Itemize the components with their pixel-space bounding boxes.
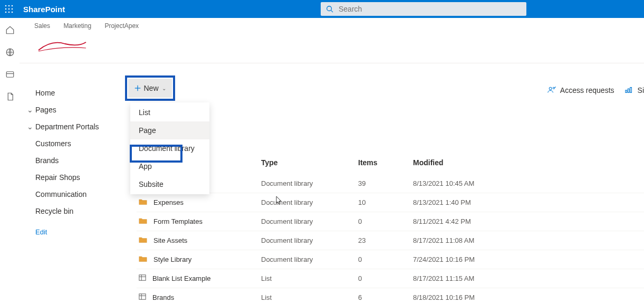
nav-item-label: Home [35, 89, 55, 97]
svg-rect-20 [630, 87, 631, 92]
svg-rect-12 [6, 72, 14, 78]
new-dropdown-menu: ListPageDocument libraryAppSubsite [130, 102, 209, 194]
col-header-type[interactable]: Type [261, 158, 358, 167]
chevron-down-icon: ⌄ [25, 106, 35, 114]
row-items: 0 [358, 274, 413, 282]
search-input[interactable] [339, 5, 521, 13]
row-modified: 8/13/2021 1:40 PM [413, 198, 644, 206]
site-left-nav: Home⌄Pages⌄Department PortalsCustomersBr… [20, 74, 125, 303]
nav-item-repair-shops[interactable]: Repair Shops [20, 169, 125, 186]
chevron-down-icon: ⌄ [25, 122, 35, 131]
nav-item-pages[interactable]: ⌄Pages [20, 101, 125, 118]
breadcrumb: Sales Marketing ProjectApex [34, 22, 150, 30]
site-workflows-link[interactable]: Si [638, 86, 644, 94]
nav-item-label: Brands [35, 156, 59, 165]
svg-point-17 [553, 87, 554, 89]
dropdown-item-page[interactable]: Page [130, 121, 209, 139]
table-row[interactable]: Form TemplatesDocument library08/11/2021… [137, 212, 644, 231]
site-logo [34, 31, 90, 59]
global-suite-bar: SharePoint [0, 0, 644, 18]
row-type: List [261, 274, 358, 282]
nav-item-label: Pages [35, 106, 56, 114]
dropdown-item-subsite[interactable]: Subsite [130, 175, 209, 193]
row-items: 6 [358, 293, 413, 301]
nav-item-brands[interactable]: Brands [20, 152, 125, 169]
row-items: 0 [358, 217, 413, 225]
row-type: Document library [261, 198, 358, 206]
row-items: 0 [358, 255, 413, 263]
table-row[interactable]: DocumentsDocument library398/13/2021 10:… [137, 174, 644, 193]
list-icon [139, 293, 146, 302]
table-header: Name Type Items Modified [137, 158, 644, 174]
svg-rect-18 [625, 90, 627, 92]
access-requests-icon [547, 86, 556, 95]
globe-icon[interactable] [5, 48, 15, 57]
svg-point-0 [5, 5, 7, 7]
nav-item-department-portals[interactable]: ⌄Department Portals [20, 118, 125, 135]
breadcrumb-item[interactable]: Sales [34, 22, 50, 30]
contents-table: Name Type Items Modified DocumentsDocume… [137, 158, 644, 303]
nav-edit-link[interactable]: Edit [20, 220, 125, 236]
home-icon[interactable] [5, 25, 15, 35]
row-type: Document library [261, 236, 358, 244]
folder-icon [139, 198, 147, 207]
app-title: SharePoint [23, 5, 65, 14]
dropdown-item-app[interactable]: App [130, 157, 209, 175]
svg-point-2 [12, 5, 13, 7]
col-header-modified[interactable]: Modified [413, 158, 644, 167]
row-items: 23 [358, 236, 413, 244]
row-name: Expenses [153, 198, 184, 206]
site-contents: New ⌄ Access requests Si ListPageDocumen… [125, 74, 644, 303]
col-header-items[interactable]: Items [358, 158, 413, 167]
svg-point-16 [549, 87, 552, 90]
row-type: Document library [261, 179, 358, 187]
search-box[interactable] [321, 2, 526, 16]
row-items: 39 [358, 179, 413, 187]
nav-item-home[interactable]: Home [20, 84, 125, 101]
nav-item-recycle-bin[interactable]: Recycle bin [20, 203, 125, 220]
dropdown-item-document-library[interactable]: Document library [130, 139, 209, 157]
new-button[interactable]: New ⌄ [128, 79, 172, 98]
svg-line-10 [331, 11, 333, 13]
nav-item-label: Customers [35, 139, 71, 148]
row-type: Document library [261, 255, 358, 263]
row-items: 10 [358, 198, 413, 206]
row-modified: 7/24/2021 10:16 PM [413, 255, 644, 263]
table-row[interactable]: ExpensesDocument library108/13/2021 1:40… [137, 193, 644, 212]
svg-point-6 [5, 12, 7, 13]
folder-icon [139, 217, 147, 226]
search-icon [326, 5, 333, 13]
table-row[interactable]: Style LibraryDocument library07/24/2021 … [137, 250, 644, 269]
breadcrumb-item[interactable]: Marketing [63, 22, 91, 30]
row-name: Brands [152, 293, 174, 301]
folder-icon [139, 236, 147, 245]
row-name: Form Templates [153, 217, 203, 225]
row-name: Blank List Example [152, 274, 211, 282]
table-row[interactable]: Blank List ExampleList08/17/2021 11:15 A… [137, 269, 644, 288]
files-icon[interactable] [5, 92, 15, 101]
news-icon[interactable] [5, 70, 15, 79]
row-modified: 8/11/2021 4:42 PM [413, 217, 644, 225]
row-type: Document library [261, 217, 358, 225]
nav-item-label: Recycle bin [35, 207, 73, 215]
nav-item-customers[interactable]: Customers [20, 135, 125, 152]
app-rail [0, 18, 20, 303]
svg-rect-19 [628, 89, 629, 92]
row-modified: 8/18/2021 10:16 PM [413, 293, 644, 301]
table-row[interactable]: BrandsList68/18/2021 10:16 PM [137, 288, 644, 303]
site-header: Sales Marketing ProjectApex [20, 18, 644, 63]
access-requests-link[interactable]: Access requests [560, 86, 614, 94]
plus-icon [134, 84, 141, 92]
dropdown-item-list[interactable]: List [130, 103, 209, 121]
breadcrumb-item[interactable]: ProjectApex [104, 22, 139, 30]
chevron-down-icon: ⌄ [162, 86, 166, 91]
svg-point-3 [5, 8, 7, 10]
row-modified: 8/17/2021 11:08 AM [413, 236, 644, 244]
folder-icon [139, 255, 147, 264]
svg-rect-21 [139, 275, 146, 281]
svg-point-5 [12, 8, 13, 10]
app-launcher-icon[interactable] [0, 0, 18, 18]
nav-item-communication[interactable]: Communication [20, 186, 125, 203]
command-bar: New ⌄ Access requests Si ListPageDocumen… [125, 74, 644, 107]
table-row[interactable]: Site AssetsDocument library238/17/2021 1… [137, 231, 644, 250]
